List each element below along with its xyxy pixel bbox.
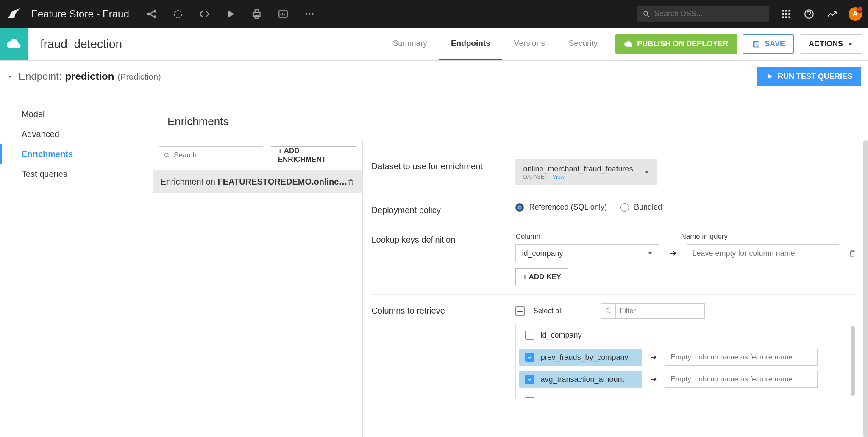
endpoint-sidenav: Model Advanced Enrichments Test queries bbox=[0, 92, 153, 437]
svg-point-11 bbox=[644, 11, 648, 15]
column-checkbox[interactable] bbox=[525, 331, 534, 340]
feature-name-input[interactable] bbox=[665, 371, 818, 388]
svg-point-3 bbox=[174, 10, 181, 17]
print-icon[interactable] bbox=[250, 8, 263, 20]
column-checkbox[interactable] bbox=[525, 397, 534, 398]
column-chip[interactable]: avg_transaction_amount bbox=[519, 371, 642, 388]
toolbar-icons bbox=[138, 8, 316, 20]
svg-rect-12 bbox=[782, 10, 784, 11]
dataset-selector[interactable]: online_merchant_fraud_features DATASET -… bbox=[515, 159, 657, 185]
user-avatar[interactable]: A bbox=[849, 7, 862, 21]
caret-down-icon bbox=[847, 41, 853, 47]
sidenav-enrichments[interactable]: Enrichments bbox=[0, 144, 153, 164]
project-name[interactable]: Feature Store - Fraud bbox=[23, 8, 138, 20]
svg-point-24 bbox=[606, 309, 609, 312]
sidenav-advanced[interactable]: Advanced bbox=[0, 124, 153, 144]
column-checkbox[interactable] bbox=[525, 353, 534, 362]
enrichments-panel: Enrichments + ADD ENRICHMENT Enrichment … bbox=[153, 103, 862, 437]
column-row: build_date bbox=[516, 390, 856, 398]
search-icon bbox=[601, 304, 615, 318]
add-key-button[interactable]: + ADD KEY bbox=[515, 268, 568, 286]
delete-key-icon[interactable] bbox=[849, 249, 856, 257]
column-filter-input[interactable] bbox=[616, 307, 705, 315]
column-name: build_date bbox=[540, 397, 576, 398]
search-icon bbox=[164, 151, 170, 159]
help-icon[interactable] bbox=[803, 8, 815, 20]
column-filter[interactable] bbox=[601, 303, 705, 319]
tab-summary[interactable]: Summary bbox=[381, 28, 439, 60]
sidenav-model[interactable]: Model bbox=[0, 104, 153, 124]
endpoint-name: prediction bbox=[65, 70, 114, 82]
radio-referenced[interactable]: Referenced (SQL only) bbox=[515, 203, 606, 212]
dataset-name: online_merchant_fraud_features bbox=[523, 165, 633, 174]
svg-rect-17 bbox=[788, 13, 790, 14]
add-enrichment-button[interactable]: + ADD ENRICHMENT bbox=[271, 146, 357, 164]
svg-rect-5 bbox=[255, 10, 259, 13]
endpoint-header-row: Endpoint: prediction (Prediction) RUN TE… bbox=[0, 61, 868, 92]
delete-enrichment-icon[interactable] bbox=[347, 178, 355, 186]
apps-grid-icon[interactable] bbox=[780, 8, 793, 20]
deploy-policy-label: Deployment policy bbox=[371, 203, 507, 215]
column-checkbox[interactable] bbox=[525, 375, 534, 384]
svg-rect-16 bbox=[785, 13, 787, 14]
radio-bundled[interactable]: Bundled bbox=[620, 203, 662, 212]
code-icon[interactable] bbox=[198, 8, 211, 20]
svg-point-8 bbox=[305, 13, 307, 14]
run-test-queries-button[interactable]: RUN TEST QUERIES bbox=[757, 67, 861, 86]
tab-versions[interactable]: Versions bbox=[502, 28, 557, 60]
select-all-checkbox[interactable] bbox=[515, 306, 525, 316]
svg-rect-18 bbox=[782, 16, 784, 18]
name-in-query-input[interactable] bbox=[687, 244, 839, 262]
play-icon[interactable] bbox=[224, 8, 237, 20]
enrichments-list-column: + ADD ENRICHMENT Enrichment on FEATUREST… bbox=[153, 140, 363, 437]
svg-point-9 bbox=[309, 13, 310, 14]
caret-down-icon bbox=[647, 250, 653, 256]
global-search-input[interactable] bbox=[654, 9, 764, 18]
publish-label: PUBLISH ON DEPLOYER bbox=[637, 39, 728, 48]
feature-name-input[interactable] bbox=[665, 349, 818, 366]
panel-title: Enrichments bbox=[153, 103, 862, 140]
save-label: SAVE bbox=[765, 39, 785, 48]
svg-point-1 bbox=[154, 10, 156, 12]
svg-point-2 bbox=[154, 16, 156, 17]
enrichment-list-item[interactable]: Enrichment on FEATURESTOREDEMO.online… bbox=[153, 170, 362, 193]
column-chip[interactable]: prev_frauds_by_company bbox=[519, 349, 642, 366]
column-name: prev_frauds_by_company bbox=[540, 353, 628, 362]
columns-retrieve-label: Columns to retrieve bbox=[371, 303, 507, 398]
flow-icon[interactable] bbox=[145, 8, 158, 20]
tab-endpoints[interactable]: Endpoints bbox=[439, 28, 502, 60]
cloud-icon bbox=[624, 40, 633, 48]
column-chip[interactable]: id_company bbox=[519, 327, 642, 344]
svg-point-10 bbox=[312, 13, 313, 14]
api-service-icon[interactable] bbox=[0, 28, 28, 60]
actions-button[interactable]: ACTIONS bbox=[800, 34, 862, 54]
select-all-label: Select all bbox=[533, 307, 562, 315]
column-name: avg_transaction_amount bbox=[540, 375, 624, 384]
sidenav-test-queries[interactable]: Test queries bbox=[0, 164, 153, 184]
more-icon[interactable] bbox=[303, 8, 316, 20]
dataset-label: Dataset to use for enrichment bbox=[371, 159, 507, 185]
activity-icon[interactable] bbox=[826, 8, 838, 20]
save-button[interactable]: SAVE bbox=[743, 34, 794, 54]
column-chip[interactable]: build_date bbox=[519, 393, 642, 398]
radio-referenced-label: Referenced (SQL only) bbox=[529, 203, 606, 212]
column-row: id_company bbox=[516, 324, 856, 346]
column-select[interactable]: id_company bbox=[515, 244, 659, 262]
enrichment-search-input[interactable] bbox=[174, 151, 259, 160]
radio-bundled-label: Bundled bbox=[634, 203, 662, 212]
dataset-view-link[interactable]: View bbox=[553, 174, 565, 180]
lookup-keys-label: Lookup keys definition bbox=[371, 233, 507, 286]
dashboard-icon[interactable] bbox=[277, 8, 289, 20]
enrichment-search[interactable] bbox=[159, 146, 263, 164]
dataiku-logo-icon[interactable] bbox=[6, 6, 23, 22]
topbar-right-icons: A bbox=[769, 7, 862, 21]
disclosure-caret-icon[interactable] bbox=[7, 73, 14, 80]
circle-dashed-icon[interactable] bbox=[172, 8, 184, 20]
publish-button[interactable]: PUBLISH ON DEPLOYER bbox=[615, 34, 737, 54]
columns-list: id_company prev_frauds_by_company bbox=[515, 324, 856, 398]
tab-security[interactable]: Security bbox=[557, 28, 610, 60]
global-search[interactable] bbox=[637, 6, 769, 22]
scrollbar[interactable] bbox=[863, 140, 868, 437]
play-icon bbox=[766, 73, 773, 80]
svg-rect-20 bbox=[788, 16, 790, 18]
